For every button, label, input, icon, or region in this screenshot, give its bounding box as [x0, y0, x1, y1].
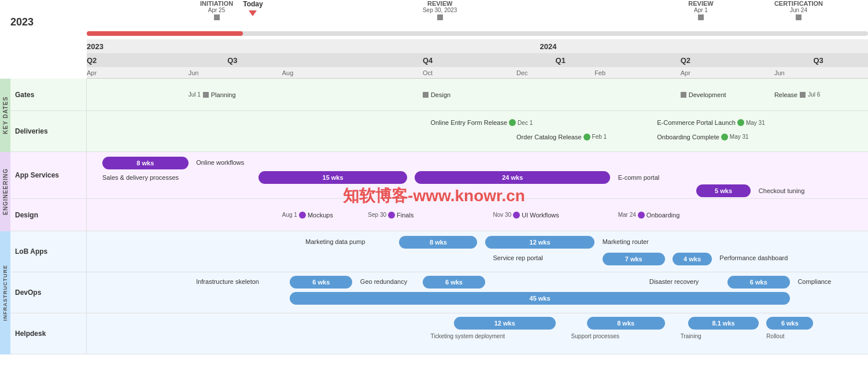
bar-5wks: 5 wks [696, 184, 751, 197]
lob-12wks: 12 wks [485, 236, 594, 249]
deliveries-ocr-diamond [583, 134, 590, 140]
row-content-helpdesk: 12 wks 8 wks 8.1 wks 6 wks Ticket [87, 313, 868, 354]
row-label-app-services: App Services [10, 152, 87, 198]
bar-24wks: 24 wks [415, 171, 610, 184]
row-label-gates: Gates [10, 79, 87, 110]
quarter-row: Q2 Q3 Q4 Q1 Q2 Q3 [87, 53, 868, 67]
header: 2023 INITIATION Apr 25 Today REVIEW Sep … [0, 0, 868, 79]
row-content-design: Aug 1 Mockups Sep 30 Finals Nov 30 [87, 199, 868, 231]
deliveries-oc-diamond [721, 134, 728, 140]
devops-6wks-1: 6 wks [290, 276, 352, 289]
design-uiworkflows-dot [513, 212, 520, 219]
gates-dev-square [681, 92, 686, 98]
row-label-lob-apps: LoB Apps [10, 231, 87, 272]
engineering-content: App Services 8 wks Online workflows Sale… [10, 152, 868, 231]
devops-6wks-3: 6 wks [727, 276, 790, 289]
today-label: Today [243, 0, 263, 8]
helpdesk-8wks: 8 wks [587, 317, 665, 330]
review2-milestone: REVIEW Apr 1 [688, 0, 713, 20]
section-label-infrastructure: INFRASTRUCTURE [0, 231, 10, 354]
row-app-services: App Services 8 wks Online workflows Sale… [10, 152, 868, 199]
row-label-deliveries: Deliveries [10, 111, 87, 151]
initiation-label: INITIATION [200, 0, 233, 7]
infrastructure-content: LoB Apps Marketing data pump 8 wks 12 wk… [10, 231, 868, 354]
row-gates: Gates Jul 1 Planning Design [10, 79, 868, 111]
section-label-key-dates: KEY DATES [0, 79, 10, 152]
lob-7wks: 7 wks [603, 253, 665, 265]
row-content-lob-apps: Marketing data pump 8 wks 12 wks Marketi… [87, 231, 868, 272]
left-year-label: 2023 [10, 16, 34, 28]
row-helpdesk: Helpdesk 12 wks 8 wks 8.1 wks [10, 313, 868, 354]
design-finals-dot [388, 212, 395, 219]
gates-release-square [800, 92, 806, 98]
milestones-row: INITIATION Apr 25 Today REVIEW Sep 30, 2… [87, 0, 868, 30]
lob-8wks: 8 wks [399, 236, 477, 249]
initiation-milestone: INITIATION Apr 25 [200, 0, 233, 20]
gates-design-square [423, 92, 429, 98]
row-content-devops: Infrastructure skeleton 6 wks Geo redund… [87, 272, 868, 313]
certification-milestone: CERTIFICATION Jun 24 [774, 0, 823, 20]
row-content-app-services: 8 wks Online workflows Sales & delivery … [87, 152, 868, 198]
month-row: Apr Jun Aug Oct Dec Feb Apr Jun [87, 67, 868, 79]
initiation-square [214, 14, 220, 20]
gates-planning-square [203, 92, 209, 98]
devops-6wks-2: 6 wks [423, 276, 485, 289]
deliveries-oefr-diamond [509, 119, 516, 126]
section-engineering: ENGINEERING App Services 8 wks Online wo… [0, 152, 868, 231]
initiation-date: Apr 25 [200, 7, 233, 13]
row-content-gates: Jul 1 Planning Design Development [87, 79, 868, 110]
section-key-dates: KEY DATES Gates Jul 1 Planning Design [0, 79, 868, 152]
key-dates-content: Gates Jul 1 Planning Design [10, 79, 868, 152]
today-triangle [249, 10, 257, 16]
design-onboarding-dot [638, 212, 645, 219]
design-mockups-dot [299, 212, 306, 219]
helpdesk-81wks: 8.1 wks [688, 317, 759, 330]
helpdesk-12wks: 12 wks [454, 317, 556, 330]
timeline-progress [87, 31, 243, 36]
row-content-deliveries: Online Entry Form Release Dec 1 Order Ca… [87, 111, 868, 151]
row-deliveries: Deliveries Online Entry Form Release Dec… [10, 111, 868, 152]
devops-45wks: 45 wks [290, 292, 790, 305]
gantt-container: 知软博客-www.knowr.cn 2023 INITIATION Apr 25… [0, 0, 868, 392]
bar-15wks: 15 wks [258, 171, 407, 184]
section-infrastructure: INFRASTRUCTURE LoB Apps Marketing data p… [0, 231, 868, 354]
bar-8wks: 8 wks [102, 157, 189, 169]
section-label-engineering: ENGINEERING [0, 152, 10, 231]
today-milestone: Today [243, 0, 263, 16]
row-label-helpdesk: Helpdesk [10, 313, 87, 354]
row-lob-apps: LoB Apps Marketing data pump 8 wks 12 wk… [10, 231, 868, 272]
row-label-devops: DevOps [10, 272, 87, 313]
row-design: Design Aug 1 Mockups Sep 30 Finals [10, 199, 868, 231]
lob-4wks: 4 wks [673, 253, 712, 265]
timeline-bar [87, 30, 868, 38]
review1-milestone: REVIEW Sep 30, 2023 [423, 0, 457, 20]
year-row: 2023 2024 [87, 39, 868, 53]
row-devops: DevOps Infrastructure skeleton 6 wks Geo… [10, 272, 868, 313]
row-label-design: Design [10, 199, 87, 231]
helpdesk-6wks: 6 wks [766, 317, 813, 330]
deliveries-epl-diamond [737, 119, 744, 126]
